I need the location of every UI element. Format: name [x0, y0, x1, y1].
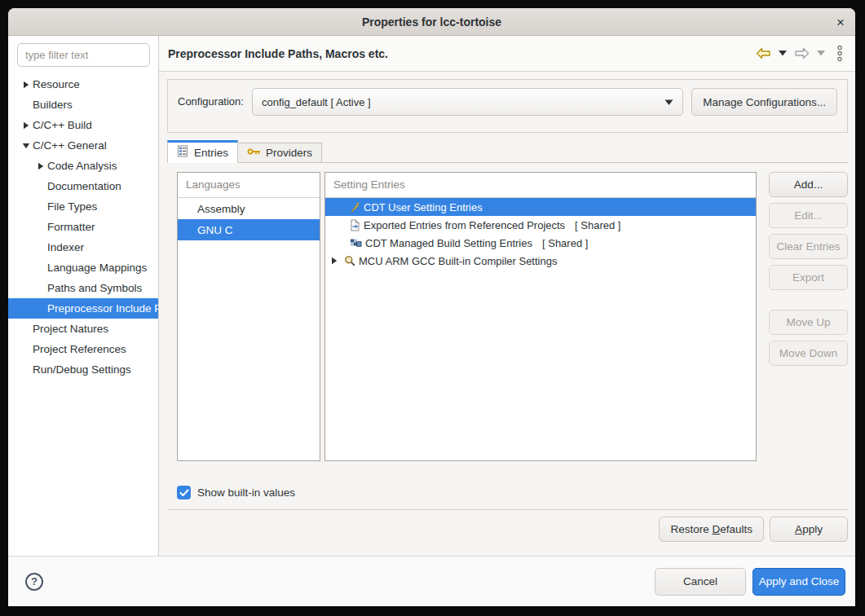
- apply-button[interactable]: Apply: [770, 517, 848, 542]
- language-item-gnu-c[interactable]: GNU C: [178, 219, 320, 240]
- shared-badge: [ Shared ]: [542, 237, 588, 249]
- sidebar-item-builders[interactable]: Builders: [8, 95, 158, 115]
- back-history-menu-icon[interactable]: [779, 51, 787, 56]
- language-item-assembly[interactable]: Assembly: [178, 198, 320, 219]
- sidebar-item-indexer[interactable]: Indexer: [8, 237, 158, 257]
- main-panel: Preprocessor Include Paths, Macros etc.: [159, 36, 855, 556]
- sidebar-item-label: Project Natures: [33, 323, 108, 335]
- setting-entry-cdt-user-setting-entries[interactable]: CDT User Setting Entries: [325, 198, 756, 216]
- sidebar-item-label: Project References: [33, 343, 126, 355]
- setting-entry-cdt-managed-build-setting-entries[interactable]: CDT Managed Build Setting Entries[ Share…: [325, 234, 756, 252]
- expander-closed-icon[interactable]: [20, 121, 33, 130]
- tab-providers[interactable]: Providers: [238, 143, 322, 163]
- sidebar-item-documentation[interactable]: Documentation: [8, 176, 158, 196]
- page-content: Configuration: config_default [ Active ]…: [159, 72, 855, 556]
- sidebar-item-c-c-general[interactable]: C/C++ General: [8, 135, 158, 156]
- setting-entry-exported-entries-from-referenced-projects[interactable]: Exported Entries from Referenced Project…: [325, 216, 756, 234]
- tab-providers-label: Providers: [266, 147, 312, 159]
- setting-entry-label: MCU ARM GCC Built-in Compiler Settings: [359, 255, 557, 267]
- manage-configurations-button[interactable]: Manage Configurations...: [691, 88, 837, 116]
- expander-closed-icon[interactable]: [331, 257, 344, 265]
- setting-entry-mcu-arm-gcc-built-in-compiler-settings[interactable]: MCU ARM GCC Built-in Compiler Settings: [325, 252, 756, 270]
- properties-dialog: Properties for lcc-tortoise × ResourceBu…: [8, 8, 855, 606]
- sidebar-item-label: C/C++ Build: [33, 119, 92, 131]
- sidebar-item-label: Paths and Symbols: [47, 282, 142, 294]
- quill-pen-icon: [350, 201, 360, 213]
- sidebar-item-project-natures[interactable]: Project Natures: [8, 319, 158, 339]
- apply-and-close-button[interactable]: Apply and Close: [752, 568, 845, 596]
- help-icon[interactable]: ?: [25, 573, 43, 591]
- dialog-footer: ? Cancel Apply and Close: [8, 556, 855, 606]
- setting-entries-header: Setting Entries: [325, 173, 756, 198]
- sidebar-item-file-types[interactable]: File Types: [8, 196, 158, 217]
- export-document-icon: [350, 219, 360, 231]
- forward-history-menu-icon[interactable]: [817, 51, 825, 56]
- setting-entry-label: CDT User Setting Entries: [364, 201, 483, 213]
- sidebar-item-project-references[interactable]: Project References: [8, 339, 158, 359]
- language-label: Assembly: [197, 203, 245, 215]
- restore-defaults-button[interactable]: Restore Defaults: [659, 517, 764, 542]
- dialog-body: ResourceBuildersC/C++ BuildC/C++ General…: [8, 36, 855, 556]
- setting-entry-label: Exported Entries from Referenced Project…: [364, 219, 565, 231]
- checkbox-checked-icon: [177, 486, 191, 499]
- managed-build-icon: [350, 238, 362, 249]
- language-label: GNU C: [197, 224, 233, 236]
- show-built-in-checkbox[interactable]: Show built-in values: [167, 486, 848, 499]
- checkbox-label: Show built-in values: [197, 486, 295, 499]
- sidebar-item-label: Formatter: [47, 221, 95, 233]
- category-tree: ResourceBuildersC/C++ BuildC/C++ General…: [8, 74, 158, 380]
- filter-input[interactable]: [17, 43, 150, 67]
- entries-tab-content: Languages AssemblyGNU C Setting Entries …: [167, 172, 848, 461]
- shared-badge: [ Shared ]: [575, 219, 620, 231]
- sidebar-item-label: Documentation: [47, 180, 121, 192]
- expander-open-icon[interactable]: [20, 143, 33, 149]
- languages-list: Languages AssemblyGNU C: [177, 172, 320, 461]
- sidebar: ResourceBuildersC/C++ BuildC/C++ General…: [8, 36, 159, 556]
- titlebar[interactable]: Properties for lcc-tortoise ×: [8, 8, 855, 36]
- setting-entry-label: CDT Managed Build Setting Entries: [365, 237, 532, 249]
- sidebar-item-label: Builders: [33, 99, 73, 111]
- sidebar-item-paths-and-symbols[interactable]: Paths and Symbols: [8, 278, 158, 298]
- languages-items: AssemblyGNU C: [178, 198, 320, 240]
- back-icon[interactable]: [756, 47, 771, 59]
- move-up-button: Move Up: [769, 310, 848, 335]
- sidebar-item-label: Indexer: [47, 241, 84, 253]
- header-toolbar: [756, 45, 843, 62]
- sidebar-item-resource[interactable]: Resource: [8, 74, 158, 95]
- configuration-label: Configuration:: [178, 88, 244, 116]
- languages-header: Languages: [178, 173, 320, 198]
- tab-entries[interactable]: Entries: [167, 140, 238, 163]
- sidebar-item-label: Resource: [33, 78, 80, 90]
- setting-entries-items: CDT User Setting EntriesExported Entries…: [325, 198, 756, 270]
- tab-entries-label: Entries: [194, 147, 228, 159]
- configuration-select[interactable]: config_default [ Active ]: [252, 88, 683, 116]
- sidebar-item-c-c-build[interactable]: C/C++ Build: [8, 115, 158, 135]
- chevron-down-icon: [664, 96, 673, 108]
- entries-list-icon: [177, 145, 189, 160]
- move-down-button: Move Down: [769, 341, 848, 366]
- sidebar-item-code-analysis[interactable]: Code Analysis: [8, 156, 158, 176]
- expander-closed-icon[interactable]: [34, 162, 47, 170]
- sidebar-item-label: Preprocessor Include Paths, Macros etc.: [47, 302, 158, 315]
- configuration-value: config_default [ Active ]: [262, 96, 658, 108]
- setting-entries-list: Setting Entries CDT User Setting Entries…: [324, 172, 757, 461]
- configuration-panel: Configuration: config_default [ Active ]…: [167, 79, 848, 133]
- clear-entries-button: Clear Entries: [769, 234, 848, 259]
- forward-icon[interactable]: [794, 47, 810, 59]
- tab-bar: Entries Providers: [167, 139, 848, 163]
- cancel-button[interactable]: Cancel: [655, 568, 746, 596]
- sidebar-item-preprocessor-include-paths-macros-etc[interactable]: Preprocessor Include Paths, Macros etc.: [8, 298, 158, 319]
- sidebar-item-language-mappings[interactable]: Language Mappings: [8, 257, 158, 278]
- edit-button: Edit...: [769, 203, 848, 228]
- expander-closed-icon[interactable]: [20, 81, 33, 89]
- close-icon[interactable]: ×: [836, 15, 845, 29]
- window-title: Properties for lcc-tortoise: [362, 15, 501, 29]
- sidebar-item-label: Code Analysis: [47, 160, 117, 172]
- view-menu-icon[interactable]: [836, 45, 843, 62]
- divider: [167, 509, 848, 510]
- sidebar-item-run-debug-settings[interactable]: Run/Debug Settings: [8, 359, 158, 380]
- add-button[interactable]: Add...: [769, 172, 848, 197]
- sidebar-item-formatter[interactable]: Formatter: [8, 217, 158, 237]
- key-icon: [247, 147, 261, 159]
- entry-action-buttons: Add...Edit...Clear EntriesExportMove UpM…: [769, 172, 848, 461]
